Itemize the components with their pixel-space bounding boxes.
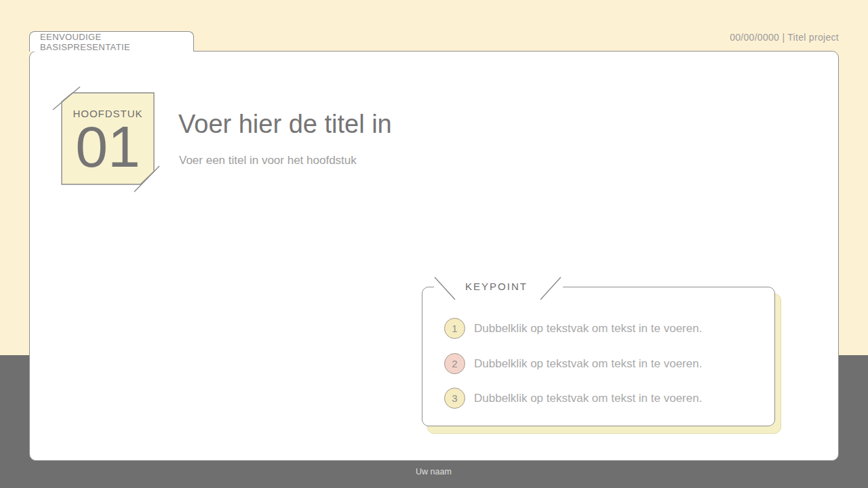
keypoint-item[interactable]: 3 Dubbelklik op tekstvak om tekst in te … [444,388,702,409]
presentation-tab[interactable]: EENVOUDIGE BASISPRESENTATIE [29,31,194,52]
keypoint-number-badge: 1 [444,318,465,339]
keypoint-title[interactable]: KEYPOINT [458,281,534,292]
keypoint-tick-left [435,277,455,300]
keypoint-item-text[interactable]: Dubbelklik op tekstvak om tekst in te vo… [474,357,702,371]
keypoint-number-badge: 3 [444,388,465,409]
keypoint-item[interactable]: 1 Dubbelklik op tekstvak om tekst in te … [444,318,702,339]
presentation-tab-label: EENVOUDIGE BASISPRESENTATIE [40,32,193,52]
header-meta[interactable]: 00/00/0000 | Titel project [730,32,839,43]
keypoint-box[interactable]: 1 Dubbelklik op tekstvak om tekst in te … [422,287,775,426]
keypoint-tick-right [540,277,561,300]
chapter-number[interactable]: 01 [62,117,154,176]
keypoint-item[interactable]: 2 Dubbelklik op tekstvak om tekst in te … [444,353,702,374]
keypoint-item-text[interactable]: Dubbelklik op tekstvak om tekst in te vo… [474,322,702,336]
slide-subtitle[interactable]: Voer een titel in voor het hoofdstuk [179,154,357,167]
footer-author[interactable]: Uw naam [29,467,838,476]
keypoint-item-text[interactable]: Dubbelklik op tekstvak om tekst in te vo… [474,392,702,405]
keypoint-number-badge: 2 [444,353,465,374]
slide-title[interactable]: Voer hier de titel in [178,110,392,139]
